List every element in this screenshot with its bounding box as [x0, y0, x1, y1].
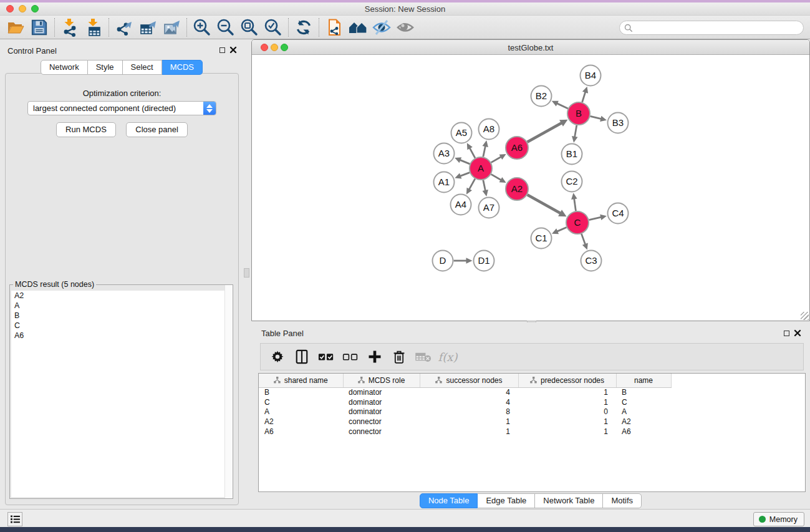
table-settings-gear-icon[interactable]: [268, 347, 287, 367]
zoom-fit-icon[interactable]: [238, 17, 261, 37]
cell-name[interactable]: A: [616, 407, 671, 417]
close-panel-icon[interactable]: [229, 46, 237, 54]
result-scrollbar[interactable]: [224, 285, 233, 498]
edge-D-D1[interactable]: [454, 258, 473, 264]
cell-successor-nodes[interactable]: 8: [420, 407, 518, 417]
node-C4[interactable]: C4: [608, 203, 629, 224]
edge-C-C1[interactable]: [552, 228, 567, 235]
node-A7[interactable]: A7: [479, 198, 499, 218]
node-C[interactable]: C: [566, 211, 589, 234]
edge-B-B2[interactable]: [552, 101, 568, 109]
edge-B-B4[interactable]: [582, 87, 588, 102]
node-A3[interactable]: A3: [434, 143, 455, 164]
network-canvas[interactable]: B4B2BB3A8A5A6A3B1AC2A1A2A4A7C4CC1C3DD1: [252, 55, 809, 321]
cell-shared-name[interactable]: A: [259, 407, 343, 417]
edge-A-A2[interactable]: [491, 174, 506, 183]
node-C1[interactable]: C1: [531, 228, 552, 249]
tab-network-table[interactable]: Network Table: [535, 493, 603, 508]
node-B[interactable]: B: [567, 102, 590, 125]
cell-MCDS-role[interactable]: dominator: [343, 387, 420, 397]
cell-shared-name[interactable]: B: [259, 387, 343, 397]
network-window-titlebar[interactable]: testGlobe.txt: [252, 40, 809, 55]
tab-select[interactable]: Select: [123, 60, 162, 75]
delete-column-trash-icon[interactable]: [390, 347, 408, 367]
cell-MCDS-role[interactable]: connector: [343, 417, 420, 427]
tab-network[interactable]: Network: [41, 60, 88, 75]
refresh-layout-icon[interactable]: [292, 17, 316, 37]
table-row[interactable]: A2connector11A2: [259, 417, 805, 427]
export-image-icon[interactable]: [160, 17, 183, 37]
column-header-shared-name[interactable]: shared name: [259, 374, 343, 387]
memory-button[interactable]: Memory: [753, 512, 804, 526]
edge-C-C3[interactable]: [581, 234, 587, 250]
node-B3[interactable]: B3: [608, 113, 629, 133]
cell-name[interactable]: A2: [616, 417, 671, 427]
cell-predecessor-nodes[interactable]: 1: [518, 387, 616, 397]
zoom-in-icon[interactable]: [190, 17, 214, 37]
hide-selected-eye-icon[interactable]: [370, 17, 393, 37]
edge-A-A8[interactable]: [483, 140, 488, 157]
result-item-b[interactable]: B: [11, 311, 231, 321]
node-A8[interactable]: A8: [479, 119, 499, 140]
result-item-c[interactable]: C: [11, 321, 231, 331]
cell-predecessor-nodes[interactable]: 1: [518, 427, 616, 437]
float-table-panel-icon[interactable]: [784, 331, 789, 336]
tab-mcds[interactable]: MCDS: [162, 60, 203, 75]
node-B1[interactable]: B1: [562, 144, 582, 165]
cell-MCDS-role[interactable]: dominator: [343, 407, 420, 417]
node-A4[interactable]: A4: [451, 195, 471, 215]
tab-motifs[interactable]: Motifs: [603, 493, 642, 508]
edge-A-A3[interactable]: [455, 157, 470, 164]
import-network-icon[interactable]: [58, 17, 82, 37]
cell-name[interactable]: B: [616, 387, 671, 397]
cell-shared-name[interactable]: A6: [259, 427, 343, 437]
node-A2[interactable]: A2: [506, 178, 528, 200]
export-table-icon[interactable]: [136, 17, 160, 37]
cell-predecessor-nodes[interactable]: 1: [518, 417, 616, 427]
node-B4[interactable]: B4: [581, 65, 601, 86]
column-header-successor-nodes[interactable]: successor nodes: [420, 374, 518, 387]
tab-node-table[interactable]: Node Table: [420, 493, 478, 508]
task-history-button[interactable]: [7, 512, 22, 526]
result-item-a2[interactable]: A2: [11, 291, 231, 301]
node-A1[interactable]: A1: [434, 172, 455, 193]
table-row[interactable]: A6connector11A6: [259, 427, 805, 437]
node-A6[interactable]: A6: [506, 137, 528, 159]
show-all-houses-icon[interactable]: [346, 17, 370, 37]
edge-A-A6[interactable]: [491, 154, 506, 163]
edge-A-A5[interactable]: [467, 143, 475, 158]
column-view-icon[interactable]: [292, 347, 311, 367]
node-B2[interactable]: B2: [531, 86, 552, 107]
edge-C-C4[interactable]: [589, 215, 607, 220]
table-row[interactable]: Bdominator41B: [259, 387, 805, 397]
edge-B-B1[interactable]: [572, 125, 577, 143]
node-A5[interactable]: A5: [451, 123, 472, 143]
open-file-icon[interactable]: [4, 17, 27, 37]
zoom-out-icon[interactable]: [214, 17, 238, 37]
edge-A6-B[interactable]: [528, 120, 568, 142]
import-table-icon[interactable]: [82, 17, 105, 37]
column-header-predecessor-nodes[interactable]: predecessor nodes: [518, 374, 616, 387]
result-item-a6[interactable]: A6: [11, 331, 231, 341]
result-item-a[interactable]: A: [11, 301, 231, 311]
table-row[interactable]: Cdominator41C: [259, 397, 805, 407]
edge-A-A4[interactable]: [466, 179, 475, 195]
add-column-plus-icon[interactable]: [365, 347, 384, 367]
float-panel-icon[interactable]: [219, 47, 225, 53]
run-mcds-button[interactable]: Run MCDS: [56, 122, 116, 137]
cell-successor-nodes[interactable]: 4: [420, 397, 518, 407]
close-table-panel-icon[interactable]: [794, 329, 801, 337]
table-row[interactable]: Adominator80A: [259, 407, 805, 417]
edge-C-C2[interactable]: [571, 193, 577, 211]
column-header-name[interactable]: name: [616, 374, 671, 387]
cell-successor-nodes[interactable]: 4: [420, 387, 518, 397]
tab-style[interactable]: Style: [88, 60, 123, 75]
cell-successor-nodes[interactable]: 1: [420, 427, 518, 437]
cell-predecessor-nodes[interactable]: 1: [518, 397, 616, 407]
node-A[interactable]: A: [470, 157, 492, 180]
edge-A-A7[interactable]: [483, 180, 488, 196]
cell-shared-name[interactable]: A2: [259, 417, 343, 427]
node-D1[interactable]: D1: [474, 251, 494, 271]
deselect-all-checkboxes-icon[interactable]: [341, 347, 360, 367]
export-network-icon[interactable]: [112, 17, 136, 37]
